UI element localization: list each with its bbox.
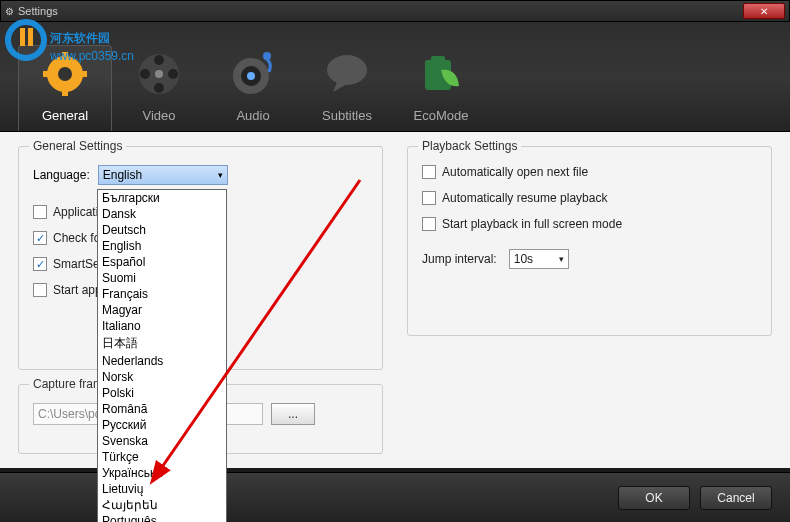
language-option[interactable]: Polski xyxy=(98,385,226,401)
language-option[interactable]: Magyar xyxy=(98,302,226,318)
gear-icon: ⚙ xyxy=(5,6,14,17)
film-reel-icon xyxy=(112,46,206,102)
svg-rect-9 xyxy=(43,71,51,77)
language-option[interactable]: Dansk xyxy=(98,206,226,222)
check-updates-checkbox[interactable]: ✓ xyxy=(33,231,47,245)
tab-video[interactable]: Video xyxy=(112,46,206,131)
general-settings-group: General Settings Language: English ▾ App… xyxy=(18,146,383,370)
tab-subtitles[interactable]: Subtitles xyxy=(300,46,394,131)
language-option[interactable]: 日本語 xyxy=(98,334,226,353)
language-option[interactable]: Français xyxy=(98,286,226,302)
language-option[interactable]: Nederlands xyxy=(98,353,226,369)
close-button[interactable]: ✕ xyxy=(743,3,785,19)
language-option[interactable]: Türkçe xyxy=(98,449,226,465)
svg-point-15 xyxy=(168,69,178,79)
start-app-checkbox[interactable] xyxy=(33,283,47,297)
window-title: Settings xyxy=(18,5,743,17)
language-option[interactable]: Português xyxy=(98,513,226,522)
browse-button[interactable]: ... xyxy=(271,403,315,425)
language-option[interactable]: Suomi xyxy=(98,270,226,286)
language-option[interactable]: Українська xyxy=(98,465,226,481)
tab-ecomode[interactable]: EcoMode xyxy=(394,46,488,131)
language-option[interactable]: Deutsch xyxy=(98,222,226,238)
language-option[interactable]: Български xyxy=(98,190,226,206)
svg-rect-10 xyxy=(79,71,87,77)
svg-point-21 xyxy=(327,55,367,85)
auto-resume-checkbox[interactable] xyxy=(422,191,436,205)
tab-audio[interactable]: Audio xyxy=(206,46,300,131)
playback-settings-group: Playback Settings Automatically open nex… xyxy=(407,146,772,336)
svg-point-12 xyxy=(154,55,164,65)
svg-point-14 xyxy=(140,69,150,79)
jump-interval-select[interactable]: 10s ▾ xyxy=(509,249,569,269)
chevron-down-icon: ▾ xyxy=(559,254,564,264)
battery-leaf-icon xyxy=(394,46,488,102)
ok-button[interactable]: OK xyxy=(618,486,690,510)
svg-rect-23 xyxy=(431,56,445,62)
svg-point-16 xyxy=(155,70,163,78)
language-option[interactable]: Norsk xyxy=(98,369,226,385)
language-option[interactable]: Svenska xyxy=(98,433,226,449)
language-option[interactable]: Español xyxy=(98,254,226,270)
svg-rect-8 xyxy=(62,88,68,96)
svg-point-19 xyxy=(247,72,255,80)
settings-tabs: General Video Audio Subtitles EcoMode xyxy=(0,22,790,132)
gear-large-icon xyxy=(19,46,111,102)
tab-general[interactable]: General xyxy=(18,45,112,131)
fullscreen-checkbox[interactable] xyxy=(422,217,436,231)
chevron-down-icon: ▾ xyxy=(218,170,223,180)
language-option[interactable]: Русский xyxy=(98,417,226,433)
language-option[interactable]: English xyxy=(98,238,226,254)
svg-point-13 xyxy=(154,83,164,93)
language-option[interactable]: Հայերեն xyxy=(98,497,226,513)
speaker-icon xyxy=(206,46,300,102)
language-option[interactable]: Română xyxy=(98,401,226,417)
speech-bubble-icon xyxy=(300,46,394,102)
svg-rect-7 xyxy=(62,52,68,60)
auto-next-checkbox[interactable] xyxy=(422,165,436,179)
language-label: Language: xyxy=(33,168,90,182)
language-option[interactable]: Lietuvių xyxy=(98,481,226,497)
svg-point-20 xyxy=(263,52,271,60)
jump-interval-label: Jump interval: xyxy=(422,252,497,266)
cancel-button[interactable]: Cancel xyxy=(700,486,772,510)
language-dropdown[interactable]: БългарскиDanskDeutschEnglishEspañolSuomi… xyxy=(97,189,227,522)
svg-point-6 xyxy=(58,67,72,81)
language-option[interactable]: Italiano xyxy=(98,318,226,334)
application-checkbox[interactable] xyxy=(33,205,47,219)
language-select[interactable]: English ▾ xyxy=(98,165,228,185)
smartseek-checkbox[interactable]: ✓ xyxy=(33,257,47,271)
